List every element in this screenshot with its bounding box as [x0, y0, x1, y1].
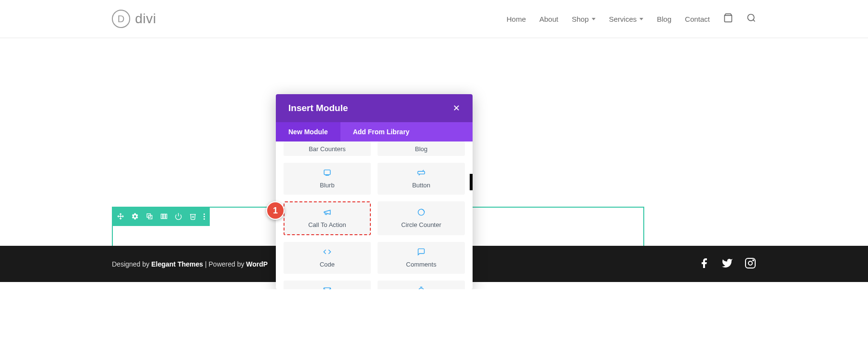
cart-icon[interactable] [723, 13, 733, 25]
module-blog[interactable]: Blog [378, 141, 465, 156]
module-label: Circle Counter [401, 221, 441, 228]
nav-contact[interactable]: Contact [685, 15, 710, 23]
module-label: Blurb [320, 182, 334, 189]
button-icon [417, 169, 425, 179]
nav-label: Services [609, 15, 637, 23]
row-toolbar [112, 207, 210, 226]
logo-text: divi [135, 11, 156, 27]
mail-icon [323, 286, 331, 289]
nav-services[interactable]: Services [609, 15, 644, 23]
dialog-title: Insert Module [288, 103, 348, 113]
logo-icon: D [112, 10, 130, 28]
svg-rect-11 [418, 171, 424, 174]
circle-icon [417, 208, 425, 218]
main-nav: Home About Shop Services Blog Contact [506, 13, 756, 25]
module-list: Bar Counters Blog Blurb Button Call To A… [276, 141, 473, 289]
close-icon[interactable]: ✕ [453, 103, 460, 113]
footer-prefix: Designed by [112, 260, 151, 268]
duplicate-icon[interactable] [146, 212, 153, 220]
dialog-tabs: New Module Add From Library [276, 122, 473, 141]
tab-new-module[interactable]: New Module [276, 122, 340, 141]
module-call-to-action[interactable]: Call To Action [284, 201, 371, 235]
columns-icon[interactable] [160, 212, 168, 220]
svg-rect-7 [165, 214, 167, 218]
svg-point-18 [748, 261, 752, 265]
instagram-icon[interactable] [745, 257, 756, 270]
footer-credits: Designed by Elegant Themes | Powered by … [112, 260, 268, 268]
module-blurb[interactable]: Blurb [284, 163, 371, 195]
chevron-down-icon [639, 18, 643, 20]
trash-icon[interactable] [189, 212, 197, 220]
svg-line-2 [753, 20, 755, 22]
insert-module-dialog: Insert Module ✕ New Module Add From Libr… [276, 94, 473, 289]
module-label: Bar Counters [309, 145, 346, 153]
nav-label: Home [506, 15, 526, 23]
module-contact-form[interactable]: Contact Form [284, 281, 371, 289]
svg-rect-5 [161, 214, 163, 218]
comments-icon [417, 248, 425, 258]
scrollbar-thumb[interactable] [470, 174, 473, 190]
gear-icon[interactable] [131, 212, 139, 220]
search-icon[interactable] [746, 13, 756, 25]
svg-point-14 [419, 288, 424, 289]
nav-blog[interactable]: Blog [657, 15, 671, 23]
tab-add-from-library[interactable]: Add From Library [340, 122, 422, 141]
module-code[interactable]: Code [284, 242, 371, 274]
module-label: Comments [406, 261, 436, 268]
svg-rect-6 [163, 214, 165, 218]
nav-about[interactable]: About [539, 15, 558, 23]
timer-icon [417, 286, 425, 289]
nav-home[interactable]: Home [506, 15, 526, 23]
nav-label: Shop [572, 15, 589, 23]
facebook-icon[interactable] [698, 257, 710, 270]
nav-label: About [539, 15, 558, 23]
footer-mid: | Powered by [203, 260, 246, 268]
twitter-icon[interactable] [721, 257, 733, 270]
module-label: Code [320, 261, 335, 268]
more-icon[interactable] [203, 213, 205, 220]
blurb-icon [323, 169, 331, 179]
module-countdown-timer[interactable]: Countdown Timer [378, 281, 465, 289]
chevron-down-icon [592, 18, 596, 20]
nav-label: Contact [685, 15, 710, 23]
footer-brand[interactable]: Elegant Themes [151, 260, 203, 268]
module-comments[interactable]: Comments [378, 242, 465, 274]
code-icon [323, 248, 331, 258]
social-links [698, 257, 756, 270]
move-icon[interactable] [117, 212, 124, 220]
site-header: D divi Home About Shop Services Blog Con… [0, 0, 868, 38]
svg-point-1 [748, 14, 754, 21]
svg-rect-9 [324, 170, 330, 175]
site-logo[interactable]: D divi [112, 10, 156, 28]
module-bar-counters[interactable]: Bar Counters [284, 141, 371, 156]
nav-shop[interactable]: Shop [572, 15, 596, 23]
svg-point-19 [753, 260, 754, 261]
nav-label: Blog [657, 15, 671, 23]
megaphone-icon [323, 208, 331, 218]
annotation-badge-1: 1 [266, 201, 285, 220]
module-label: Call To Action [308, 221, 346, 228]
footer-platform[interactable]: WordP [246, 260, 268, 268]
module-label: Blog [415, 145, 427, 153]
module-label: Button [412, 182, 431, 189]
module-button[interactable]: Button [378, 163, 465, 195]
dialog-header: Insert Module ✕ [276, 94, 473, 122]
power-icon[interactable] [175, 212, 182, 220]
module-circle-counter[interactable]: Circle Counter [378, 201, 465, 235]
